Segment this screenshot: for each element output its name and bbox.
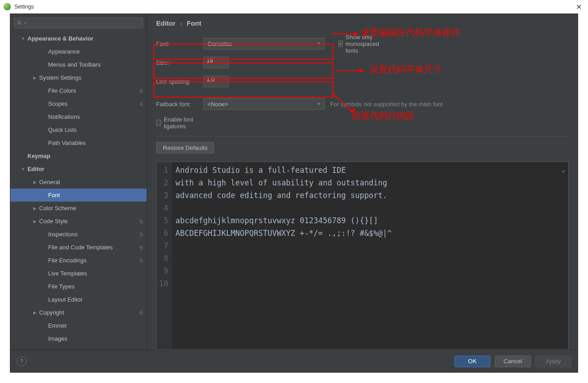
settings-window: ▾ ▼Appearance & BehaviorAppearanceMenus … [10, 14, 578, 373]
scope-icon: ⎘ [140, 245, 143, 250]
sidebar-item-label: Keymap [27, 153, 50, 159]
fallback-hint: For symbols not supported by the main fo… [330, 101, 443, 108]
chevron-right-icon: ▶ [32, 180, 37, 185]
sidebar-item-label: File and Code Templates [48, 244, 113, 251]
spacing-row: Line spacing: 1.0 [156, 72, 569, 91]
app-logo-icon [4, 3, 11, 10]
sidebar-item-label: Layout Editor [48, 296, 83, 303]
font-label: Font: [156, 41, 203, 47]
breadcrumb-leaf: Font [187, 19, 201, 27]
sidebar-item-label: Copyright [39, 309, 64, 316]
sidebar-item-label: Quick Lists [48, 126, 77, 133]
scope-icon: ⎘ [140, 219, 143, 224]
titlebar: Settings ✕ [0, 0, 588, 14]
content-panel: Editor › Font Font: Consolas ▼ ✓ Show on… [147, 14, 578, 350]
font-row: Font: Consolas ▼ ✓ Show only monospaced … [156, 34, 569, 53]
fallback-row: Fallback font: <None> ▼ For symbols not … [156, 95, 569, 113]
chevron-right-icon: ▶ [32, 206, 37, 211]
window-title: Settings [14, 4, 573, 10]
cancel-button[interactable]: Cancel [495, 356, 531, 367]
size-label: Size: [156, 59, 203, 66]
checkbox-icon [156, 120, 161, 126]
search-icon [17, 20, 22, 26]
sidebar-item-label: Scopes [48, 100, 67, 107]
sidebar-item-general[interactable]: ▶General [10, 176, 147, 189]
ligatures-row: Enable font ligatures [156, 113, 569, 132]
breadcrumb: Editor › Font [147, 14, 578, 31]
sidebar-item-label: Appearance [48, 48, 80, 55]
sidebar-item-label: Inspections [48, 231, 78, 238]
sidebar-item-emmet[interactable]: Emmet [10, 319, 147, 332]
spacing-label: Line spacing: [156, 78, 203, 85]
sidebar-item-label: File Encodings [48, 257, 86, 264]
sidebar-item-menus-and-toolbars[interactable]: Menus and Toolbars [10, 58, 147, 71]
fallback-value: <None> [207, 101, 228, 108]
sidebar-item-label: Color Scheme [39, 205, 76, 212]
sidebar-item-inspections[interactable]: Inspections⎘ [10, 228, 147, 241]
sidebar-item-label: Path Variables [48, 140, 86, 146]
settings-tree: ▼Appearance & BehaviorAppearanceMenus an… [10, 32, 147, 350]
restore-defaults-button[interactable]: Restore Defaults [156, 142, 214, 153]
sidebar-item-file-encodings[interactable]: File Encodings⎘ [10, 254, 147, 267]
show-monospaced-label: Show only monospaced fonts [346, 34, 386, 54]
sidebar-item-editor[interactable]: ▼Editor [10, 162, 147, 176]
sidebar-item-label: Notifications [48, 113, 80, 120]
sidebar-item-file-and-code-templates[interactable]: File and Code Templates⎘ [10, 241, 147, 254]
sidebar-item-scopes[interactable]: Scopes⎘ [10, 97, 147, 110]
fallback-dropdown[interactable]: <None> ▼ [203, 98, 325, 110]
scope-icon: ⎘ [140, 88, 143, 94]
chevron-right-icon: ▶ [32, 76, 37, 80]
sidebar-item-system-settings[interactable]: ▶System Settings [10, 71, 147, 84]
chevron-right-icon: ▶ [32, 219, 37, 224]
sidebar-item-label: Editor [27, 166, 45, 172]
font-dropdown[interactable]: Consolas ▼ [203, 38, 325, 50]
chevron-down-icon: ▼ [20, 167, 26, 171]
sidebar-item-label: Emmet [48, 322, 67, 329]
scope-icon: ⎘ [140, 101, 143, 107]
help-button[interactable]: ? [17, 356, 27, 366]
sidebar-item-label: Images [48, 335, 67, 342]
scope-icon: ⎘ [140, 310, 143, 315]
apply-button[interactable]: Apply [535, 356, 571, 367]
sidebar-item-path-variables[interactable]: Path Variables [10, 136, 147, 149]
sidebar-item-appearance[interactable]: Appearance [10, 45, 147, 58]
ligatures-label: Enable font ligatures [164, 116, 203, 130]
close-icon[interactable]: ✕ [573, 3, 584, 11]
sidebar-item-images[interactable]: Images [10, 332, 147, 345]
fallback-label: Fallback font: [156, 101, 203, 108]
sidebar-item-file-colors[interactable]: File Colors⎘ [10, 84, 147, 97]
sidebar-item-code-style[interactable]: ▶Code Style⎘ [10, 215, 147, 228]
sidebar-item-file-types[interactable]: File Types [10, 280, 147, 293]
sidebar-item-label: Code Style [39, 218, 68, 225]
sidebar-item-label: General [39, 179, 60, 185]
sidebar-item-live-templates[interactable]: Live Templates [10, 267, 147, 280]
chevron-right-icon: ▶ [32, 311, 37, 315]
sidebar-item-appearance-behavior[interactable]: ▼Appearance & Behavior [10, 32, 147, 45]
sidebar-item-label: Menus and Toolbars [48, 61, 101, 68]
svg-line-1 [20, 23, 22, 25]
sidebar-item-color-scheme[interactable]: ▶Color Scheme [10, 202, 147, 215]
chevron-down-icon: ▼ [20, 36, 26, 41]
ok-button[interactable]: OK [454, 356, 490, 367]
sidebar-item-label: Font [48, 192, 60, 198]
checkbox-icon: ✓ [338, 41, 343, 47]
show-monospaced-checkbox[interactable]: ✓ Show only monospaced fonts [338, 34, 386, 54]
breadcrumb-root: Editor [156, 19, 175, 27]
chevron-right-icon: › [180, 20, 182, 27]
sidebar-item-copyright[interactable]: ▶Copyright⎘ [10, 306, 147, 319]
check-icon: ✔ [562, 165, 566, 177]
ligatures-checkbox[interactable]: Enable font ligatures [156, 116, 203, 130]
sidebar-item-quick-lists[interactable]: Quick Lists [10, 123, 147, 136]
sidebar-item-notifications[interactable]: Notifications [10, 110, 147, 123]
sidebar-item-keymap[interactable]: Keymap [10, 149, 147, 162]
sidebar-item-font[interactable]: Font [10, 189, 147, 202]
scope-icon: ⎘ [140, 232, 143, 237]
size-input[interactable]: 19 [203, 57, 229, 68]
size-row: Size: 19 [156, 53, 569, 72]
editor-code[interactable]: Android Studio is a full-featured IDEwit… [172, 162, 568, 349]
search-input[interactable]: ▾ [14, 18, 143, 28]
font-form: Font: Consolas ▼ ✓ Show only monospaced … [147, 31, 578, 157]
sidebar-item-layout-editor[interactable]: Layout Editor [10, 293, 147, 306]
spacing-input[interactable]: 1.0 [203, 76, 229, 87]
sidebar-item-label: File Types [48, 283, 75, 290]
